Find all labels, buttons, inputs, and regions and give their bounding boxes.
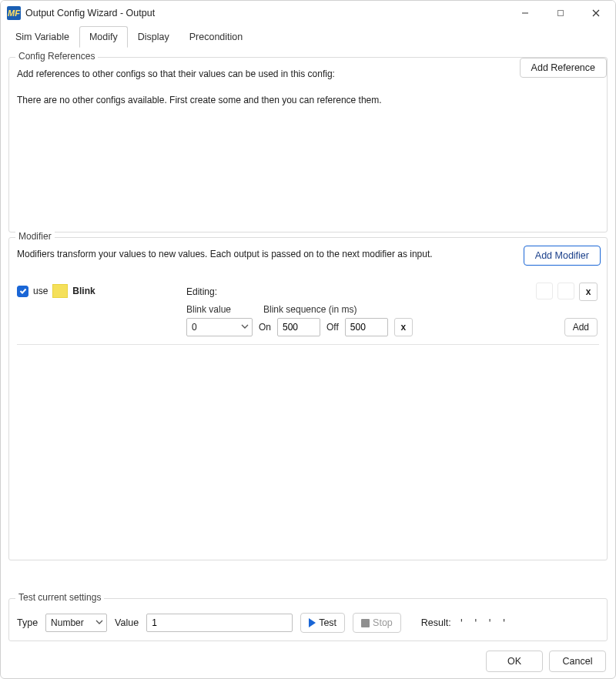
blink-sequence-label: Blink sequence (in ms) [263, 304, 357, 315]
config-references-legend: Config References [15, 51, 98, 62]
test-button-label: Test [319, 617, 336, 628]
config-references-description: Add references to other configs so that … [17, 69, 599, 79]
chevron-down-icon [241, 322, 249, 333]
blink-value-select[interactable]: 0 [186, 318, 253, 336]
blink-value-selected: 0 [192, 322, 197, 333]
dialog-footer: OK Cancel [486, 651, 606, 672]
config-references-empty: There are no other configs available. Fi… [17, 95, 599, 105]
move-up-button[interactable] [536, 283, 553, 299]
app-icon: MF [7, 6, 21, 20]
remove-sequence-button[interactable]: x [394, 318, 413, 336]
blink-value-label: Blink value [186, 304, 253, 315]
maximize-button[interactable] [543, 1, 578, 25]
stop-icon [361, 619, 370, 627]
modifier-description: Modifiers transform your values to new v… [17, 249, 599, 259]
move-down-button[interactable] [557, 283, 574, 299]
test-settings-legend: Test current settings [15, 592, 104, 603]
close-button[interactable] [578, 1, 614, 25]
type-selected: Number [51, 617, 84, 628]
on-value-input[interactable] [277, 318, 320, 336]
off-label: Off [326, 322, 339, 333]
type-label: Type [17, 617, 38, 628]
tab-precondition[interactable]: Precondition [179, 26, 253, 48]
svg-rect-0 [558, 11, 564, 16]
ok-button[interactable]: OK [486, 651, 543, 672]
test-settings-group: Test current settings Type Number Value … [8, 598, 608, 641]
close-icon [592, 9, 600, 17]
test-button[interactable]: Test [300, 613, 345, 633]
check-icon [19, 287, 27, 295]
maximize-icon [557, 9, 564, 17]
use-label: use [33, 286, 48, 296]
minimize-icon [521, 9, 529, 17]
tab-sim-variable[interactable]: Sim Variable [5, 26, 79, 48]
editing-label: Editing: [186, 286, 217, 297]
modifier-color-swatch[interactable] [52, 284, 68, 298]
add-modifier-button[interactable]: Add Modifier [524, 246, 601, 266]
stop-button[interactable]: Stop [353, 613, 401, 633]
window-title: Output Config Wizard - Output [25, 8, 507, 18]
off-value-input[interactable] [345, 318, 388, 336]
modifier-row: use Blink Editing: x Blink value Blink s… [17, 279, 599, 345]
on-label: On [259, 322, 271, 333]
value-input[interactable] [146, 614, 293, 632]
result-value: ' ' ' ' [459, 617, 509, 628]
chevron-down-icon [95, 617, 103, 628]
add-reference-button[interactable]: Add Reference [520, 58, 607, 78]
result-label: Result: [421, 617, 451, 628]
titlebar: MF Output Config Wizard - Output [1, 1, 615, 25]
minimize-button[interactable] [507, 1, 543, 25]
play-icon [309, 618, 316, 627]
add-sequence-button[interactable]: Add [564, 318, 598, 336]
modifier-group: Modifier Modifiers transform your values… [8, 237, 608, 560]
tab-strip: Sim Variable Modify Display Precondition [1, 25, 615, 48]
stop-button-label: Stop [373, 617, 393, 628]
cancel-button[interactable]: Cancel [549, 651, 606, 672]
type-select[interactable]: Number [45, 614, 107, 632]
delete-modifier-button[interactable]: x [579, 283, 598, 301]
modifier-legend: Modifier [15, 231, 55, 242]
modifier-name: Blink [72, 286, 95, 296]
use-checkbox[interactable] [17, 286, 28, 297]
tab-display[interactable]: Display [128, 26, 179, 48]
config-references-group: Config References Add references to othe… [8, 57, 608, 232]
tab-modify[interactable]: Modify [79, 26, 128, 48]
value-label: Value [115, 617, 139, 628]
